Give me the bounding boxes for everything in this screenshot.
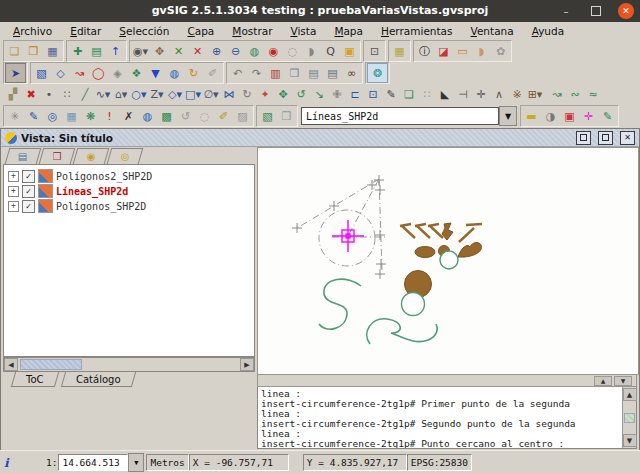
menu-ayuda[interactable]: Ayuda — [523, 23, 573, 39]
splitter-down-icon[interactable]: ▼ — [614, 376, 632, 386]
shell-tool-icon[interactable]: ✿ — [491, 42, 510, 60]
window-properties-icon[interactable]: ▣ — [560, 107, 579, 125]
globe-view-icon[interactable]: ◍ — [138, 107, 157, 125]
console-splitter[interactable]: ▲ ▼ — [257, 374, 637, 387]
split-geometry-icon[interactable]: ◣ — [436, 85, 454, 103]
map-frame-icon[interactable]: ⊡ — [365, 42, 384, 60]
menu-capa[interactable]: Capa — [178, 23, 223, 39]
insert-circle-icon[interactable]: ○▾ — [130, 85, 148, 103]
insert-multipoint-icon[interactable]: ∷ — [58, 85, 76, 103]
scale-input[interactable]: 14.664.513 — [58, 454, 128, 471]
print-tab[interactable]: ❒ — [39, 148, 76, 164]
full-extent-icon[interactable]: ✕ — [169, 42, 188, 60]
scroll-right-icon[interactable]: ▶ — [240, 358, 254, 371]
show-attribute-table-icon[interactable]: ▥ — [266, 64, 285, 82]
north-arrow-icon[interactable]: ↑ — [106, 42, 125, 60]
layer-label[interactable]: Polígonos_SHP2D — [56, 201, 146, 212]
project-table-icon[interactable]: ▦ — [390, 42, 409, 60]
scroll-thumb[interactable] — [20, 359, 82, 370]
layer-visibility-checkbox[interactable]: ✓ — [22, 200, 35, 213]
menu-mapa[interactable]: Mapa — [325, 23, 372, 39]
zoom-selection-icon[interactable]: ✕ — [188, 42, 207, 60]
redo-icon[interactable]: ↷ — [247, 64, 266, 82]
menu-editar[interactable]: Editar — [61, 23, 110, 39]
import-document-icon[interactable]: ▤ — [323, 64, 342, 82]
explode-geometry-icon[interactable]: ※ — [508, 85, 526, 103]
map-canvas[interactable] — [257, 147, 639, 375]
rotate-geometry-icon[interactable]: ↺ — [292, 85, 310, 103]
menu-vista[interactable]: Vista — [281, 23, 325, 39]
layer-row[interactable]: + ✓ Polígonos2_SHP2D — [8, 169, 254, 183]
globe-edit-icon[interactable]: ✐ — [214, 107, 233, 125]
coins-tab[interactable]: ◎ — [107, 148, 144, 164]
trim-line-icon[interactable]: ✛ — [472, 85, 490, 103]
hyperlink-area-icon[interactable]: ◪ — [434, 42, 453, 60]
open-project-icon[interactable]: ❒ — [24, 42, 43, 60]
maximize-icon[interactable] — [588, 3, 604, 19]
expand-icon[interactable]: + — [8, 201, 19, 212]
geoprocess-folder-icon[interactable]: ❒ — [277, 107, 296, 125]
bottom-tab[interactable]: ToC — [11, 372, 59, 387]
matrix-tool-icon[interactable]: ⊞▾ — [526, 85, 544, 103]
minimize-icon[interactable]: – — [558, 3, 574, 19]
zoom-to-layer-icon[interactable]: ◍ — [245, 42, 264, 60]
insert-arc-icon[interactable]: Z▾ — [148, 85, 166, 103]
insert-point-icon[interactable]: • — [40, 85, 58, 103]
vista-close-icon[interactable]: ✕ — [620, 131, 635, 145]
select-by-layer-icon[interactable]: ❖ — [127, 64, 146, 82]
color-table-icon[interactable]: ▬ — [522, 107, 541, 125]
menu-mostrar[interactable]: Mostrar — [223, 23, 281, 39]
bottom-tab[interactable]: Catálogo — [60, 372, 135, 387]
copy-document-icon[interactable]: ❐ — [285, 64, 304, 82]
geoprocess-gear-icon[interactable]: ❋ — [81, 107, 100, 125]
select-rectangle-icon[interactable]: ▧ — [32, 64, 51, 82]
invert-selection-icon[interactable]: ↻ — [184, 64, 203, 82]
layer-visibility-checkbox[interactable]: ✓ — [22, 185, 35, 198]
chevron-down-icon[interactable]: ▼ — [499, 106, 517, 126]
snap-grid-icon[interactable]: ▞ — [4, 85, 22, 103]
edit-session-icon[interactable]: ✎ — [24, 107, 43, 125]
scroll-down-icon[interactable]: ▼ — [623, 434, 637, 447]
vista-titlebar[interactable]: Vista: Sin título ✕ — [1, 129, 639, 147]
modify-tool-icon[interactable]: ✙ — [328, 85, 346, 103]
zoom-scale-icon[interactable]: Q — [321, 42, 340, 60]
rotate-view-icon[interactable]: ↻ — [238, 85, 256, 103]
expand-icon[interactable]: + — [8, 171, 19, 182]
console-vertical-scrollbar[interactable]: ▲ ▼ — [622, 387, 636, 448]
scroll-left-icon[interactable]: ◀ — [4, 358, 18, 371]
expand-icon[interactable]: + — [8, 186, 19, 197]
layer-attribute-table-icon[interactable]: ▦ — [62, 107, 81, 125]
filter-icon[interactable]: ▼ — [146, 64, 165, 82]
splitter-up-icon[interactable]: ▲ — [594, 376, 612, 386]
select-lasso-icon[interactable]: ↝ — [70, 64, 89, 82]
zoom-in-icon[interactable]: ⊕ — [207, 42, 226, 60]
map-image-icon[interactable]: ▩ — [157, 107, 176, 125]
save-project-icon[interactable]: ▦ — [43, 42, 62, 60]
menu-archivo[interactable]: Archivo — [4, 23, 61, 39]
zoom-previous-icon[interactable]: ◌ — [283, 42, 302, 60]
insert-spline-icon[interactable]: ⌂▾ — [112, 85, 130, 103]
menu-herramientas[interactable]: Herramientas — [372, 23, 462, 39]
layer-label[interactable]: Polígonos2_SHP2D — [56, 171, 152, 182]
toolbox-icon[interactable]: ✗ — [119, 107, 138, 125]
zoom-out-icon[interactable]: ⊖ — [226, 42, 245, 60]
export-table-icon[interactable]: ▧ — [258, 107, 277, 125]
stretch-geometry-icon[interactable]: ⊏ — [346, 85, 364, 103]
image-export-icon[interactable]: ▨ — [233, 107, 252, 125]
close-editing-icon[interactable]: ✖ — [22, 85, 40, 103]
vista-minimize-icon[interactable] — [576, 131, 591, 145]
add-layer-icon[interactable]: ✚ — [68, 42, 87, 60]
add-layer-group-icon[interactable]: ▤ — [87, 42, 106, 60]
insert-line-icon[interactable]: ╱ — [76, 85, 94, 103]
search-binoculars-icon[interactable]: ∞ — [342, 64, 361, 82]
new-document-icon[interactable]: ❏ — [5, 42, 24, 60]
smooth-line-icon[interactable]: ≈ — [584, 85, 602, 103]
array-geometry-icon[interactable]: ∷ — [418, 85, 436, 103]
select-buffer-icon[interactable]: ◈ — [108, 64, 127, 82]
zoom-area-icon[interactable]: ◗ — [302, 42, 321, 60]
zoom-document-icon[interactable]: ◎ — [43, 107, 62, 125]
vista-restore-icon[interactable] — [598, 131, 613, 145]
clear-selection-icon[interactable]: ✐ — [203, 64, 222, 82]
locator-icon[interactable]: ❂ — [367, 63, 388, 83]
select-circle-icon[interactable]: ◯ — [89, 64, 108, 82]
